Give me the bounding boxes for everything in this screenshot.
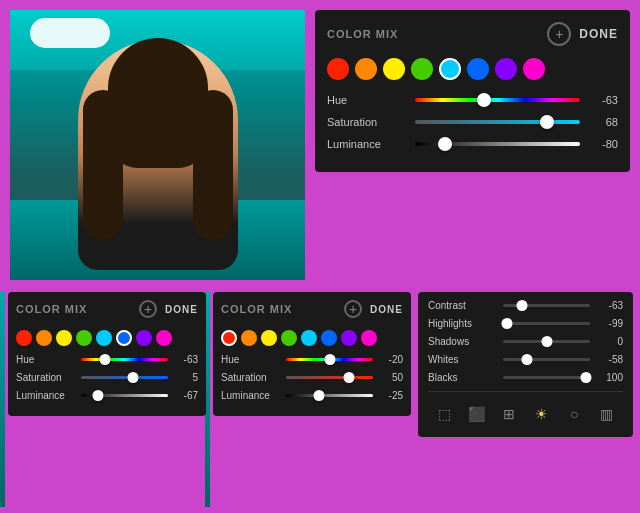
bl-sat-label: Saturation: [16, 372, 76, 383]
saturation-label: Saturation: [327, 116, 407, 128]
bm-sat-value: 50: [378, 372, 403, 383]
bm-color-yellow[interactable]: [261, 330, 277, 346]
bm-color-magenta[interactable]: [361, 330, 377, 346]
hair-left: [83, 90, 123, 240]
saturation-value: 68: [588, 116, 618, 128]
bottom-left-panel: COLOR MIX DONE Hue -63 Saturation 5 Lumi…: [8, 292, 206, 416]
color-circles: [327, 58, 618, 80]
bm-target-icon[interactable]: [344, 300, 362, 318]
color-magenta[interactable]: [523, 58, 545, 80]
bl-color-magenta[interactable]: [156, 330, 172, 346]
highlights-label: Highlights: [428, 318, 498, 329]
tone-panel: Contrast -63 Highlights -99 Shadows 0 Wh…: [418, 292, 633, 437]
contrast-label: Contrast: [428, 300, 498, 311]
bl-panel-title: COLOR MIX: [16, 303, 87, 315]
toolbar-sun-icon[interactable]: ☀: [529, 401, 555, 427]
whites-label: Whites: [428, 354, 498, 365]
bl-color-blue[interactable]: [116, 330, 132, 346]
main-photo: [10, 10, 305, 280]
toolbar-circle-icon[interactable]: ○: [561, 401, 587, 427]
highlights-slider[interactable]: [503, 322, 590, 325]
bl-color-purple[interactable]: [136, 330, 152, 346]
luminance-label: Luminance: [327, 138, 407, 150]
bl-color-yellow[interactable]: [56, 330, 72, 346]
panel-title: COLOR MIX: [327, 28, 398, 40]
toolbar-grid-icon[interactable]: ⊞: [496, 401, 522, 427]
bl-lum-value: -67: [173, 390, 198, 401]
bm-color-green[interactable]: [281, 330, 297, 346]
shadows-value: 0: [595, 336, 623, 347]
contrast-row: Contrast -63: [428, 300, 623, 311]
bl-panel-header: COLOR MIX DONE: [16, 300, 198, 318]
color-cyan[interactable]: [439, 58, 461, 80]
bm-color-red[interactable]: [221, 330, 237, 346]
color-red[interactable]: [327, 58, 349, 80]
whites-slider[interactable]: [503, 358, 590, 361]
bottom-toolbar: ⬚ ⬛ ⊞ ☀ ○ ▥: [428, 391, 623, 429]
luminance-row: Luminance -80: [327, 138, 618, 150]
bl-hue-row: Hue -63: [16, 354, 198, 365]
bl-header-right: DONE: [139, 300, 198, 318]
bm-lum-slider[interactable]: [286, 394, 373, 397]
color-green[interactable]: [411, 58, 433, 80]
bl-lum-label: Luminance: [16, 390, 76, 401]
hue-row: Hue -63: [327, 94, 618, 106]
blacks-row: Blacks 100: [428, 372, 623, 383]
shadows-slider[interactable]: [503, 340, 590, 343]
clouds: [30, 18, 110, 48]
top-color-mix-panel: COLOR MIX DONE Hue -63 Saturation 68: [315, 10, 630, 172]
shadows-row: Shadows 0: [428, 336, 623, 347]
bl-color-orange[interactable]: [36, 330, 52, 346]
bl-hue-value: -63: [173, 354, 198, 365]
color-yellow[interactable]: [383, 58, 405, 80]
bl-lum-row: Luminance -67: [16, 390, 198, 401]
bottom-mid-panel: COLOR MIX DONE Hue -20 Saturation 50 Lum…: [213, 292, 411, 416]
bm-hue-slider[interactable]: [286, 358, 373, 361]
blacks-label: Blacks: [428, 372, 498, 383]
bl-color-cyan[interactable]: [96, 330, 112, 346]
bl-target-icon[interactable]: [139, 300, 157, 318]
hair-right: [193, 90, 233, 240]
bm-hue-label: Hue: [221, 354, 281, 365]
toolbar-crop-icon[interactable]: ⬚: [431, 401, 457, 427]
contrast-slider[interactable]: [503, 304, 590, 307]
toolbar-layers-icon[interactable]: ▥: [594, 401, 620, 427]
bl-lum-slider[interactable]: [81, 394, 168, 397]
bl-color-red[interactable]: [16, 330, 32, 346]
bl-hue-label: Hue: [16, 354, 76, 365]
color-purple[interactable]: [495, 58, 517, 80]
hue-slider[interactable]: [415, 98, 580, 102]
bm-lum-label: Luminance: [221, 390, 281, 401]
luminance-slider[interactable]: [415, 142, 580, 146]
bl-sat-slider[interactable]: [81, 376, 168, 379]
bm-panel-title: COLOR MIX: [221, 303, 292, 315]
bm-color-purple[interactable]: [341, 330, 357, 346]
bm-color-blue[interactable]: [321, 330, 337, 346]
color-orange[interactable]: [355, 58, 377, 80]
color-blue[interactable]: [467, 58, 489, 80]
done-button[interactable]: DONE: [579, 27, 618, 41]
bl-done-button[interactable]: DONE: [165, 304, 198, 315]
highlights-value: -99: [595, 318, 623, 329]
bm-sat-slider[interactable]: [286, 376, 373, 379]
blacks-slider[interactable]: [503, 376, 590, 379]
target-icon[interactable]: [547, 22, 571, 46]
bl-sat-row: Saturation 5: [16, 372, 198, 383]
bl-color-circles: [16, 330, 198, 346]
bl-sat-value: 5: [173, 372, 198, 383]
contrast-value: -63: [595, 300, 623, 311]
saturation-slider[interactable]: [415, 120, 580, 124]
bl-hue-slider[interactable]: [81, 358, 168, 361]
bm-lum-row: Luminance -25: [221, 390, 403, 401]
bl-color-green[interactable]: [76, 330, 92, 346]
bm-color-cyan[interactable]: [301, 330, 317, 346]
bm-color-circles: [221, 330, 403, 346]
bm-sat-row: Saturation 50: [221, 372, 403, 383]
toolbar-edit-icon[interactable]: ⬛: [464, 401, 490, 427]
bm-done-button[interactable]: DONE: [370, 304, 403, 315]
bm-lum-value: -25: [378, 390, 403, 401]
bm-color-orange[interactable]: [241, 330, 257, 346]
luminance-value: -80: [588, 138, 618, 150]
bm-sat-label: Saturation: [221, 372, 281, 383]
hue-value: -63: [588, 94, 618, 106]
